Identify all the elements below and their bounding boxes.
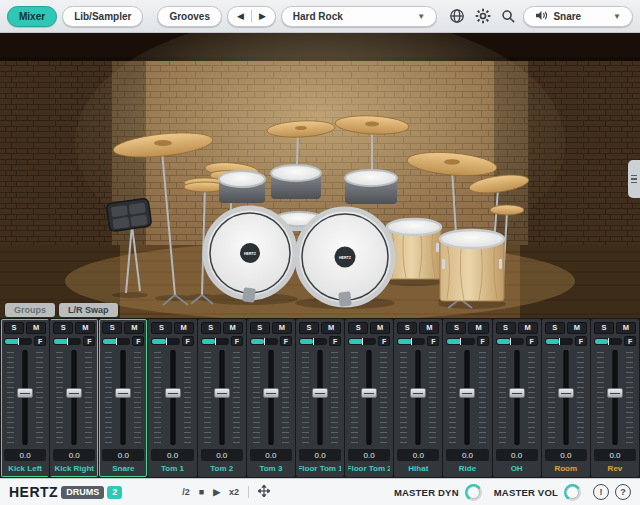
master-dyn-knob[interactable] [465, 484, 482, 501]
volume-fader[interactable] [299, 348, 341, 447]
solo-button[interactable]: S [53, 322, 73, 334]
mute-button[interactable]: M [174, 322, 194, 334]
play-button[interactable]: ▶ [213, 488, 220, 497]
channel-name[interactable]: OH [496, 463, 538, 474]
lr-swap-button[interactable]: L/R Swap [59, 303, 118, 317]
mute-button[interactable]: M [75, 322, 95, 334]
fader-handle[interactable] [263, 388, 279, 398]
channel-name[interactable]: Tom 3 [250, 463, 292, 474]
solo-button[interactable]: S [250, 322, 270, 334]
mute-button[interactable]: M [223, 322, 243, 334]
web-button[interactable] [447, 6, 467, 27]
volume-fader[interactable] [496, 348, 538, 447]
fader-handle[interactable] [214, 388, 230, 398]
solo-button[interactable]: S [348, 322, 368, 334]
search-button[interactable] [498, 6, 518, 27]
fx-button[interactable]: F [132, 336, 144, 346]
solo-button[interactable]: S [496, 322, 516, 334]
mute-button[interactable]: M [370, 322, 390, 334]
volume-fader[interactable] [201, 348, 243, 447]
master-vol-knob[interactable] [564, 484, 581, 501]
next-preset-button[interactable]: ▶ [255, 12, 270, 21]
fader-handle[interactable] [17, 388, 33, 398]
move-resize-button[interactable] [258, 485, 270, 499]
side-panel-toggle[interactable] [628, 160, 640, 198]
channel-name[interactable]: Kick Right [53, 463, 95, 474]
channel-name[interactable]: Hihat [397, 463, 439, 474]
pan-slider[interactable] [250, 338, 278, 345]
info-button[interactable]: ! [593, 484, 609, 500]
fx-button[interactable]: F [329, 336, 341, 346]
pan-slider[interactable] [545, 338, 573, 345]
pan-slider[interactable] [397, 338, 425, 345]
fx-button[interactable]: F [182, 336, 194, 346]
pan-slider[interactable] [53, 338, 81, 345]
fx-button[interactable]: F [427, 336, 439, 346]
fader-handle[interactable] [361, 388, 377, 398]
solo-button[interactable]: S [397, 322, 417, 334]
channel-name[interactable]: Kick Left [4, 463, 46, 474]
fader-handle[interactable] [312, 388, 328, 398]
fx-button[interactable]: F [83, 336, 95, 346]
mute-button[interactable]: M [124, 322, 144, 334]
mute-button[interactable]: M [567, 322, 587, 334]
mute-button[interactable]: M [468, 322, 488, 334]
grooves-button[interactable]: Grooves [157, 6, 222, 27]
pan-slider[interactable] [446, 338, 474, 345]
pan-slider[interactable] [201, 338, 229, 345]
solo-button[interactable]: S [4, 322, 24, 334]
solo-button[interactable]: S [299, 322, 319, 334]
solo-button[interactable]: S [446, 322, 466, 334]
channel-name[interactable]: Tom 1 [151, 463, 193, 474]
fx-button[interactable]: F [378, 336, 390, 346]
mute-button[interactable]: M [321, 322, 341, 334]
channel-name[interactable]: Floor Tom 1 [299, 463, 341, 474]
channel-name[interactable]: Room [545, 463, 587, 474]
fader-handle[interactable] [115, 388, 131, 398]
channel-name[interactable]: Floor Tom 2 [348, 463, 390, 474]
pan-slider[interactable] [4, 338, 32, 345]
fx-button[interactable]: F [477, 336, 489, 346]
fx-button[interactable]: F [526, 336, 538, 346]
preset-dropdown[interactable]: Hard Rock ▼ [281, 6, 437, 27]
mute-button[interactable]: M [616, 322, 636, 334]
solo-button[interactable]: S [545, 322, 565, 334]
settings-button[interactable] [473, 6, 493, 27]
channel-name[interactable]: Ride [446, 463, 488, 474]
fx-button[interactable]: F [624, 336, 636, 346]
drum-kit-view[interactable]: HERTZ HERTZ Groups [0, 33, 640, 318]
pan-slider[interactable] [594, 338, 622, 345]
fader-handle[interactable] [459, 388, 475, 398]
pan-slider[interactable] [299, 338, 327, 345]
groups-button[interactable]: Groups [5, 303, 55, 317]
mute-button[interactable]: M [272, 322, 292, 334]
double-time-button[interactable]: x2 [229, 488, 239, 497]
channel-name[interactable]: Tom 2 [201, 463, 243, 474]
solo-button[interactable]: S [151, 322, 171, 334]
volume-fader[interactable] [594, 348, 636, 447]
fx-button[interactable]: F [231, 336, 243, 346]
pan-slider[interactable] [102, 338, 130, 345]
volume-fader[interactable] [250, 348, 292, 447]
solo-button[interactable]: S [594, 322, 614, 334]
fader-handle[interactable] [66, 388, 82, 398]
half-time-button[interactable]: /2 [182, 488, 190, 497]
fader-handle[interactable] [607, 388, 623, 398]
mute-button[interactable]: M [26, 322, 46, 334]
volume-fader[interactable] [53, 348, 95, 447]
fx-button[interactable]: F [34, 336, 46, 346]
stop-button[interactable]: ■ [199, 488, 204, 497]
pan-slider[interactable] [348, 338, 376, 345]
fader-handle[interactable] [509, 388, 525, 398]
lib-sampler-tab-button[interactable]: Lib/Sampler [62, 6, 143, 27]
help-button[interactable]: ? [615, 484, 631, 500]
fader-handle[interactable] [165, 388, 181, 398]
volume-fader[interactable] [348, 348, 390, 447]
volume-fader[interactable] [545, 348, 587, 447]
instrument-dropdown[interactable]: Snare ▼ [523, 6, 633, 27]
channel-name[interactable]: Rev [594, 463, 636, 474]
fader-handle[interactable] [558, 388, 574, 398]
mute-button[interactable]: M [518, 322, 538, 334]
mixer-tab-button[interactable]: Mixer [7, 6, 57, 27]
solo-button[interactable]: S [102, 322, 122, 334]
